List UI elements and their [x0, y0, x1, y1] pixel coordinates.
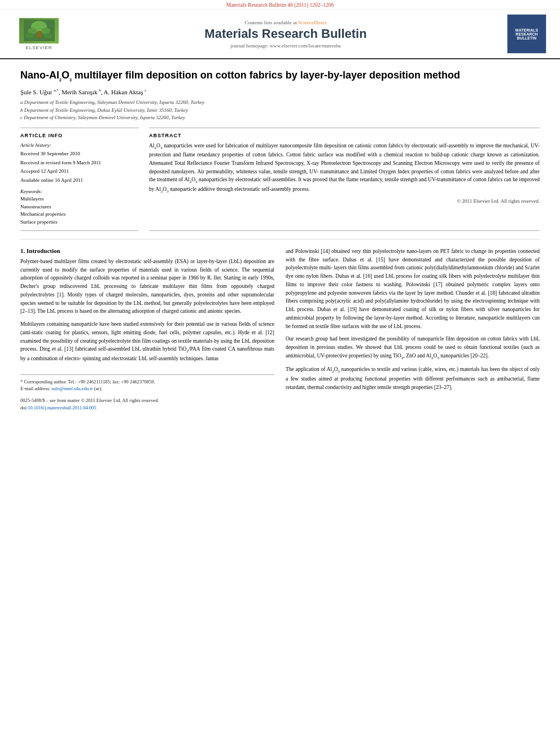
authors: Şule S. Uğur a,*, Merih Sarıışık b, A. H…: [20, 88, 540, 95]
elsevier-logo-graphic: [19, 18, 59, 43]
sciencedirect-link[interactable]: ScienceDirect: [298, 20, 326, 25]
abstract-column: ABSTRACT Al2O3 nanoparticles were used f…: [149, 128, 540, 231]
article-info-abstract: ARTICLE INFO Article history: Received 3…: [20, 128, 540, 231]
svg-point-5: [25, 33, 33, 38]
mrb-logo: MATERIALS RESEARCH BULLETIN: [507, 14, 546, 54]
accepted-date: Accepted 12 April 2011: [20, 168, 139, 176]
elsevier-label: ELSEVIER: [25, 45, 52, 50]
header-center: Contents lists available at ScienceDirec…: [64, 20, 507, 49]
svg-rect-4: [37, 31, 41, 38]
article-info-column: ARTICLE INFO Article history: Received 3…: [20, 128, 139, 231]
elsevier-tree-icon: [24, 20, 55, 41]
received-date: Received 30 September 2010: [20, 150, 139, 158]
footnote-email: E-mail address: sule@mmf.sdu.edu.tr (ur)…: [20, 385, 274, 392]
keyword-mechanical: Mechanical properties: [20, 211, 139, 219]
footnote-issn-area: 0025-5408/$ – see front matter © 2011 El…: [20, 397, 274, 412]
footnote-issn: 0025-5408/$ – see front matter © 2011 El…: [20, 397, 274, 404]
copyright-line: © 2011 Elsevier Ltd. All rights reserved…: [149, 198, 540, 204]
intro-para2: Multilayers containing nanoparticle have…: [20, 320, 274, 363]
body-content: 1. Introduction Polymer-based multilayer…: [20, 247, 540, 412]
article-info-label: ARTICLE INFO: [20, 133, 139, 138]
section-divider: [20, 239, 540, 239]
journal-homepage: journal homepage: www.elsevier.com/locat…: [64, 43, 507, 49]
main-content: Nano-Al2O3 multilayer film deposition on…: [0, 59, 560, 421]
right-para1: and Polowinski [14] obtained very thin p…: [286, 247, 540, 330]
body-left-column: 1. Introduction Polymer-based multilayer…: [20, 247, 274, 412]
right-para3: The application of Al2O3 nanoparticles t…: [286, 365, 540, 391]
contents-line: Contents lists available at ScienceDirec…: [64, 20, 507, 25]
footnote-area: * Corresponding author. Tel.: +90 246211…: [20, 374, 274, 412]
received-revised-date: Received in revised form 9 March 2011: [20, 159, 139, 167]
footnote-doi: doi:10.1016/j.materresbull.2011.04.005: [20, 404, 274, 412]
article-title: Nano-Al2O3 multilayer film deposition on…: [20, 68, 540, 82]
svg-point-6: [45, 33, 53, 38]
keyword-multilayers: Multilayers: [20, 195, 139, 203]
keyword-surface: Surface properties: [20, 219, 139, 226]
affiliation-b: b Department of Textile Engineering, Dok…: [20, 107, 540, 115]
intro-heading: 1. Introduction: [20, 247, 274, 254]
intro-para1: Polymer-based multilayer films created b…: [20, 257, 274, 316]
keywords-label: Keywords:: [20, 189, 139, 194]
abstract-text: Al2O3 nanoparticles were used for fabric…: [149, 142, 540, 195]
right-para2: Our research group had been investigated…: [286, 335, 540, 361]
footnote-corresponding: * Corresponding author. Tel.: +90 246211…: [20, 378, 274, 386]
elsevier-logo: ELSEVIER: [14, 18, 64, 50]
journal-title: Materials Research Bulletin: [64, 27, 507, 41]
abstract-label: ABSTRACT: [149, 133, 540, 138]
keyword-nanostructures: Nanostructures: [20, 203, 139, 211]
article-history-label: Article history:: [20, 142, 139, 150]
journal-reference: Materials Research Bulletin 46 (2011) 12…: [0, 0, 560, 10]
body-right-column: and Polowinski [14] obtained very thin p…: [286, 247, 540, 412]
affiliation-a: a Department of Textile Engineering, Sül…: [20, 99, 540, 107]
affiliations: a Department of Textile Engineering, Sül…: [20, 99, 540, 122]
affiliation-c: c Department of Chemistry, Süleyman Demi…: [20, 114, 540, 122]
available-online-date: Available online 16 April 2011: [20, 177, 139, 185]
journal-header: ELSEVIER Contents lists available at Sci…: [0, 10, 560, 59]
